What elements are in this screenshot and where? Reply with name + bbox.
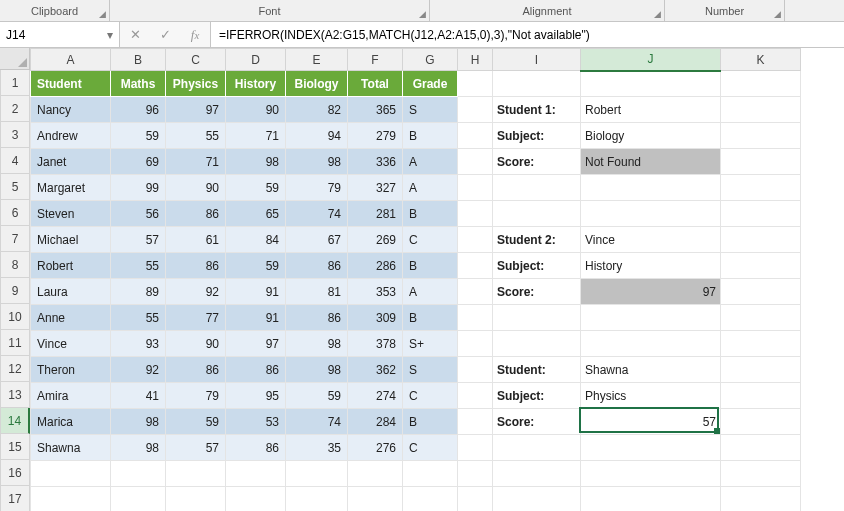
- cell-H15[interactable]: [458, 435, 493, 461]
- cell-C10[interactable]: 77: [166, 305, 226, 331]
- cell-D14[interactable]: 53: [226, 409, 286, 435]
- cell-J9[interactable]: 97: [581, 279, 721, 305]
- cell-A16[interactable]: [31, 461, 111, 487]
- cell-D17[interactable]: [226, 487, 286, 512]
- cell-B4[interactable]: 69: [111, 149, 166, 175]
- cell-A4[interactable]: Janet: [31, 149, 111, 175]
- cell-G7[interactable]: C: [403, 227, 458, 253]
- cell-K2[interactable]: [721, 97, 801, 123]
- cell-A12[interactable]: Theron: [31, 357, 111, 383]
- row-header-6[interactable]: 6: [0, 200, 30, 226]
- ribbon-group-clipboard[interactable]: Clipboard ◢: [0, 0, 110, 21]
- cell-I8[interactable]: Subject:: [493, 253, 581, 279]
- cell-F15[interactable]: 276: [348, 435, 403, 461]
- cell-J1[interactable]: [581, 71, 721, 97]
- cell-J15[interactable]: [581, 435, 721, 461]
- cell-B2[interactable]: 96: [111, 97, 166, 123]
- cell-B3[interactable]: 59: [111, 123, 166, 149]
- cell-H6[interactable]: [458, 201, 493, 227]
- col-header-J[interactable]: J: [581, 49, 721, 71]
- cell-G15[interactable]: C: [403, 435, 458, 461]
- cell-D9[interactable]: 91: [226, 279, 286, 305]
- row-header-7[interactable]: 7: [0, 226, 30, 252]
- cell-J11[interactable]: [581, 331, 721, 357]
- cell-E16[interactable]: [286, 461, 348, 487]
- cell-G9[interactable]: A: [403, 279, 458, 305]
- fx-icon[interactable]: fx: [180, 27, 210, 43]
- formula-input[interactable]: [211, 22, 844, 47]
- cell-G11[interactable]: S+: [403, 331, 458, 357]
- cell-D12[interactable]: 86: [226, 357, 286, 383]
- cell-D8[interactable]: 59: [226, 253, 286, 279]
- cell-F2[interactable]: 365: [348, 97, 403, 123]
- row-header-17[interactable]: 17: [0, 486, 30, 511]
- cell-F1[interactable]: Total: [348, 71, 403, 97]
- cell-H9[interactable]: [458, 279, 493, 305]
- cell-J13[interactable]: Physics: [581, 383, 721, 409]
- cell-I11[interactable]: [493, 331, 581, 357]
- cell-F12[interactable]: 362: [348, 357, 403, 383]
- cell-A10[interactable]: Anne: [31, 305, 111, 331]
- cell-D3[interactable]: 71: [226, 123, 286, 149]
- row-header-11[interactable]: 11: [0, 330, 30, 356]
- cell-I14[interactable]: Score:: [493, 409, 581, 435]
- cell-G12[interactable]: S: [403, 357, 458, 383]
- name-box[interactable]: ▾: [0, 22, 120, 47]
- cell-K1[interactable]: [721, 71, 801, 97]
- ribbon-group-font[interactable]: Font ◢: [110, 0, 430, 21]
- cell-F11[interactable]: 378: [348, 331, 403, 357]
- cell-A1[interactable]: Student: [31, 71, 111, 97]
- cell-K6[interactable]: [721, 201, 801, 227]
- cell-K8[interactable]: [721, 253, 801, 279]
- cell-C5[interactable]: 90: [166, 175, 226, 201]
- cell-I2[interactable]: Student 1:: [493, 97, 581, 123]
- cell-G16[interactable]: [403, 461, 458, 487]
- cell-E11[interactable]: 98: [286, 331, 348, 357]
- cell-A3[interactable]: Andrew: [31, 123, 111, 149]
- cell-J2[interactable]: Robert: [581, 97, 721, 123]
- cell-K10[interactable]: [721, 305, 801, 331]
- cell-C15[interactable]: 57: [166, 435, 226, 461]
- cell-J16[interactable]: [581, 461, 721, 487]
- cell-A13[interactable]: Amira: [31, 383, 111, 409]
- ribbon-group-number[interactable]: Number ◢: [665, 0, 785, 21]
- cell-I17[interactable]: [493, 487, 581, 512]
- cell-E2[interactable]: 82: [286, 97, 348, 123]
- cell-C17[interactable]: [166, 487, 226, 512]
- dialog-launcher-icon[interactable]: ◢: [99, 9, 106, 19]
- cell-E12[interactable]: 98: [286, 357, 348, 383]
- cell-A2[interactable]: Nancy: [31, 97, 111, 123]
- cell-C4[interactable]: 71: [166, 149, 226, 175]
- cell-H11[interactable]: [458, 331, 493, 357]
- cell-G14[interactable]: B: [403, 409, 458, 435]
- cell-C16[interactable]: [166, 461, 226, 487]
- cell-H14[interactable]: [458, 409, 493, 435]
- cell-K13[interactable]: [721, 383, 801, 409]
- cell-I13[interactable]: Subject:: [493, 383, 581, 409]
- cell-I16[interactable]: [493, 461, 581, 487]
- cell-K15[interactable]: [721, 435, 801, 461]
- cell-I3[interactable]: Subject:: [493, 123, 581, 149]
- cell-H1[interactable]: [458, 71, 493, 97]
- cell-F9[interactable]: 353: [348, 279, 403, 305]
- cell-E17[interactable]: [286, 487, 348, 512]
- cell-B17[interactable]: [111, 487, 166, 512]
- cell-C6[interactable]: 86: [166, 201, 226, 227]
- cell-D2[interactable]: 90: [226, 97, 286, 123]
- cell-E9[interactable]: 81: [286, 279, 348, 305]
- cell-J3[interactable]: Biology: [581, 123, 721, 149]
- cell-K5[interactable]: [721, 175, 801, 201]
- cell-G3[interactable]: B: [403, 123, 458, 149]
- cell-C12[interactable]: 86: [166, 357, 226, 383]
- cell-B8[interactable]: 55: [111, 253, 166, 279]
- cell-F4[interactable]: 336: [348, 149, 403, 175]
- cell-B15[interactable]: 98: [111, 435, 166, 461]
- cell-B9[interactable]: 89: [111, 279, 166, 305]
- cell-D1[interactable]: History: [226, 71, 286, 97]
- cell-J5[interactable]: [581, 175, 721, 201]
- cell-F16[interactable]: [348, 461, 403, 487]
- cell-E1[interactable]: Biology: [286, 71, 348, 97]
- cell-B10[interactable]: 55: [111, 305, 166, 331]
- row-header-4[interactable]: 4: [0, 148, 30, 174]
- cell-E5[interactable]: 79: [286, 175, 348, 201]
